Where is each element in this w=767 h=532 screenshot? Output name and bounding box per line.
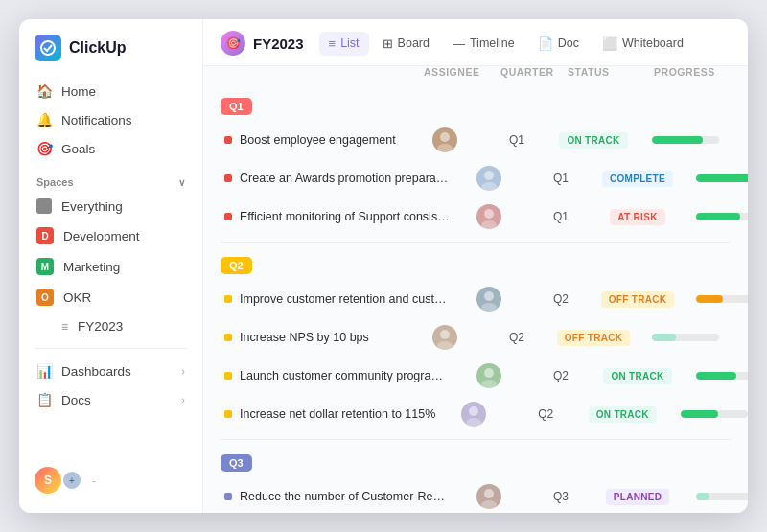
table-row[interactable]: Boost employee engagementQ1ON TRACK	[221, 121, 731, 159]
page-title: 🎯 FY2023	[221, 31, 304, 56]
progress-bar-wrap	[696, 295, 748, 303]
task-dot	[224, 213, 232, 220]
task-assignee	[407, 127, 483, 152]
quarter-label-q3: Q3	[221, 454, 252, 472]
task-assignee	[435, 402, 512, 427]
progress-bar-wrap	[652, 334, 719, 341]
development-icon: D	[36, 227, 54, 244]
task-dot	[224, 493, 232, 500]
task-dot	[224, 174, 232, 182]
task-name-cell: Increase NPS by 10 bps	[221, 331, 407, 344]
table-row[interactable]: Increase net dollar retention to 115%Q2O…	[221, 395, 731, 433]
task-quarter: Q2	[512, 407, 579, 421]
sidebar-label-home: Home	[61, 84, 96, 99]
svg-point-6	[481, 220, 497, 229]
okr-icon: O	[36, 289, 54, 306]
quarter-label-q2: Q2	[221, 257, 252, 274]
sidebar-label-notifications: Notifications	[61, 113, 132, 127]
sidebar-bottom: S + -	[19, 459, 202, 501]
tab-list[interactable]: ≡ List	[319, 32, 369, 56]
tab-timeline[interactable]: — Timeline	[443, 32, 524, 56]
avatar	[476, 204, 501, 229]
task-dot	[224, 410, 232, 418]
task-assignee	[451, 484, 527, 509]
quarter-section-q2: Q2Improve customer retention and custome…	[221, 256, 731, 440]
sidebar-label-goals: Goals	[61, 142, 95, 156]
progress-bar-fill	[696, 174, 748, 182]
task-progress	[681, 213, 748, 220]
task-status: AT RISK	[594, 209, 681, 225]
task-status: ON TRACK	[579, 406, 665, 423]
tab-whiteboard-label: Whiteboard	[622, 36, 684, 50]
task-name-cell: Launch customer community program with 1…	[221, 369, 451, 382]
task-status: OFF TRACK	[594, 291, 681, 308]
avatar	[432, 325, 457, 350]
svg-point-3	[484, 171, 494, 180]
sidebar-item-notifications[interactable]: 🔔 Notifications	[27, 105, 195, 134]
sidebar-item-fy2023[interactable]: ≡ FY2023	[27, 312, 195, 340]
sidebar-label-development: Development	[63, 229, 140, 243]
table-row[interactable]: Reduce the number of Customer-Reported b…	[221, 477, 731, 513]
goals-icon: 🎯	[36, 141, 52, 156]
task-quarter: Q1	[483, 133, 550, 147]
board-tab-icon: ⊞	[383, 36, 393, 51]
dashboards-chevron: ›	[181, 365, 185, 377]
task-status: OFF TRACK	[550, 330, 637, 346]
tab-timeline-label: Timeline	[470, 36, 515, 50]
task-quarter: Q2	[527, 369, 594, 382]
spaces-section: Spaces ∨	[19, 163, 202, 192]
sidebar-item-okr[interactable]: O OKR	[27, 282, 195, 312]
spaces-label: Spaces	[36, 176, 74, 188]
sidebar-item-goals[interactable]: 🎯 Goals	[27, 134, 195, 163]
bell-icon: 🔔	[36, 112, 52, 127]
task-text: Improve customer retention and customer …	[240, 292, 451, 306]
task-progress	[681, 295, 748, 303]
sidebar-item-docs[interactable]: 📋 Docs ›	[27, 385, 195, 414]
table-row[interactable]: Launch customer community program with 1…	[221, 357, 731, 395]
sidebar-item-dashboards[interactable]: 📊 Dashboards ›	[27, 357, 195, 385]
tab-doc[interactable]: 📄 Doc	[528, 32, 589, 56]
sidebar: ClickUp 🏠 Home 🔔 Notifications 🎯 Goals S…	[19, 19, 203, 513]
tab-list-label: List	[340, 36, 359, 50]
status-badge: PLANNED	[606, 489, 669, 505]
user-avatar-2: +	[61, 470, 82, 491]
spaces-chevron-icon[interactable]: ∨	[178, 177, 185, 188]
progress-bar-fill	[696, 295, 723, 303]
svg-point-4	[481, 182, 497, 191]
divider1	[35, 348, 187, 349]
task-text: Create an Awards promotion preparation s…	[240, 172, 451, 185]
user-avatar-s[interactable]: S	[35, 467, 61, 494]
table-row[interactable]: Create an Awards promotion preparation s…	[221, 159, 731, 197]
topbar: 🎯 FY2023 ≡ List ⊞ Board — Timeline 📄 Doc…	[203, 19, 748, 66]
svg-point-7	[484, 291, 494, 301]
progress-bar-fill	[696, 493, 709, 500]
tab-whiteboard[interactable]: ⬜ Whiteboard	[593, 32, 693, 56]
table-row[interactable]: Efficient monitoring of Support consiste…	[221, 197, 731, 236]
status-badge: ON TRACK	[603, 368, 671, 384]
table-row[interactable]: Improve customer retention and customer …	[221, 280, 731, 318]
tab-board[interactable]: ⊞ Board	[373, 32, 439, 56]
progress-bar-wrap	[696, 213, 748, 220]
sidebar-item-development[interactable]: D Development	[27, 220, 195, 251]
sidebar-item-everything[interactable]: Everything	[27, 192, 195, 220]
docs-chevron: ›	[181, 394, 185, 405]
list-tab-icon: ≡	[329, 36, 337, 51]
task-dot	[224, 136, 232, 144]
svg-point-5	[484, 209, 494, 219]
page-title-text: FY2023	[253, 35, 304, 52]
sidebar-item-home[interactable]: 🏠 Home	[27, 77, 195, 105]
doc-tab-icon: 📄	[538, 36, 553, 51]
svg-point-8	[481, 303, 497, 312]
avatar	[476, 166, 501, 191]
user-count: -	[92, 474, 96, 486]
svg-point-15	[484, 489, 494, 498]
task-name-cell: Improve customer retention and customer …	[221, 292, 451, 306]
sidebar-item-marketing[interactable]: M Marketing	[27, 251, 195, 282]
table-row[interactable]: Increase NPS by 10 bpsQ2OFF TRACK	[221, 318, 731, 357]
fy2023-icon: 🎯	[221, 31, 245, 56]
logo: ClickUp	[19, 35, 202, 77]
task-name-cell: Efficient monitoring of Support consiste…	[221, 210, 451, 223]
avatar	[476, 287, 501, 312]
task-name-cell: Reduce the number of Customer-Reported b…	[221, 490, 451, 503]
svg-point-10	[437, 341, 453, 350]
